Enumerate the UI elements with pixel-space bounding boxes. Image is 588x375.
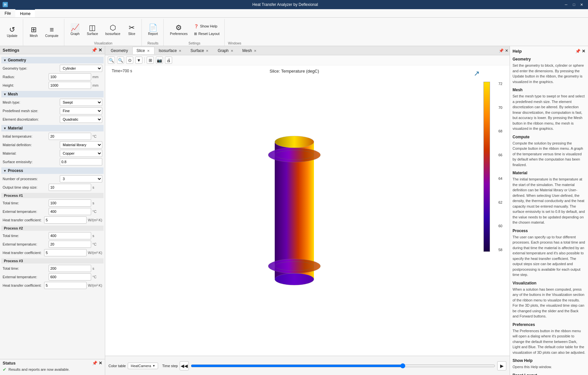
update-icon: ↺ xyxy=(9,26,15,33)
tab-graph[interactable]: Graph ✕ xyxy=(213,47,238,54)
tab-surface[interactable]: Surface ✕ xyxy=(186,47,213,54)
mat-def-select[interactable]: Material libraryUser-defined xyxy=(60,141,102,148)
p3-htc-input[interactable] xyxy=(44,282,87,289)
tab-slice-close[interactable]: ✕ xyxy=(146,49,150,53)
geometry-section-header[interactable]: ▼ Geometry xyxy=(1,57,104,63)
tab-close-icon[interactable]: ✕ xyxy=(505,48,508,53)
maximize-button[interactable]: □ xyxy=(570,2,578,7)
element-disc-select[interactable]: QuadraticLinear xyxy=(60,116,102,123)
mesh-section-header[interactable]: ▼ Mesh xyxy=(1,91,104,97)
help-close-icon[interactable]: ✕ xyxy=(582,49,585,54)
update-button[interactable]: ↺ Update xyxy=(4,23,20,41)
ribbon-group-label-settings: Settings xyxy=(167,41,222,46)
tab-mesh-close[interactable]: ✕ xyxy=(253,49,257,53)
mesh-size-select[interactable]: FineMediumCoarse xyxy=(60,107,102,114)
colorbar-label-64: 64 xyxy=(498,177,502,180)
slice-button[interactable]: ✂ Slice xyxy=(124,21,139,39)
tab-slice[interactable]: Slice ✕ xyxy=(132,47,155,54)
status-pin-icon[interactable]: 📌 xyxy=(92,361,97,366)
tab-mesh[interactable]: Mesh ✕ xyxy=(238,47,261,54)
close-button[interactable]: ✕ xyxy=(578,2,585,7)
preferences-icon: ⚙ xyxy=(175,24,182,31)
grid-button[interactable]: ⊞ xyxy=(147,57,154,64)
help-section-geometry-body: Set the geometry to block, cylinder or s… xyxy=(513,63,585,84)
radius-input[interactable] xyxy=(49,73,91,80)
minimize-button[interactable]: ─ xyxy=(563,2,570,7)
p3-total-time-row: Total time: s xyxy=(1,264,104,273)
show-help-icon: ❓ xyxy=(194,24,199,28)
colorbar-label-58: 58 xyxy=(498,248,502,252)
color-table-dropdown[interactable]: HeatCamera ▼ xyxy=(128,363,158,369)
isosurface-button[interactable]: ⬡ Isosurface xyxy=(102,21,123,39)
p2-htc-input[interactable] xyxy=(44,249,87,256)
process-section-header[interactable]: ▼ Process xyxy=(1,167,104,174)
help-section-compute: Compute Compute the solution by pressing… xyxy=(513,135,585,168)
tab-isosurface[interactable]: Isosurface ✕ xyxy=(155,47,186,54)
settings-panel: Settings 📌 ✕ ▼ Geometry Geometry type: C… xyxy=(0,46,105,375)
timestep-label: Time step xyxy=(162,364,178,368)
init-temp-input[interactable] xyxy=(49,133,91,140)
zoom-in-button[interactable]: 🔍 xyxy=(108,57,115,64)
p3-ext-temp-input[interactable] xyxy=(49,273,91,281)
p2-ext-temp-input[interactable] xyxy=(49,241,91,248)
print-button[interactable]: 🖨 xyxy=(165,57,172,64)
help-section-material: Material The initial temperature is the … xyxy=(513,171,585,225)
status-controls: 📌 ✕ xyxy=(92,361,102,366)
mesh-button[interactable]: ⊞ Mesh xyxy=(26,23,41,41)
preferences-button[interactable]: ⚙ Preferences xyxy=(167,21,190,39)
mesh-type-select[interactable]: SweptFree xyxy=(60,99,102,106)
status-close-icon[interactable]: ✕ xyxy=(99,361,102,366)
p3-total-time-input[interactable] xyxy=(49,265,91,272)
p1-total-time-input[interactable] xyxy=(49,199,91,207)
tab-isosurface-close[interactable]: ✕ xyxy=(178,49,182,53)
mesh-section-label: Mesh xyxy=(8,92,18,96)
status-title: Status xyxy=(3,361,16,366)
geometry-type-select[interactable]: CylinderBlockSphere xyxy=(60,65,102,72)
zoom-dropdown-button[interactable]: ▼ xyxy=(135,57,142,64)
compute-icon: ≡ xyxy=(50,26,54,33)
help-pin-icon[interactable]: 📌 xyxy=(575,49,580,54)
num-processes-select[interactable]: 1234 xyxy=(60,175,102,182)
height-input[interactable] xyxy=(49,82,91,89)
output-step-input[interactable] xyxy=(49,184,91,191)
surface-button[interactable]: ◫ Surface xyxy=(84,21,101,39)
compute-button[interactable]: ≡ Compute xyxy=(42,23,61,41)
tab-graph-close[interactable]: ✕ xyxy=(230,49,234,53)
svg-point-3 xyxy=(268,148,320,162)
mesh-size-label: Predefined mesh size: xyxy=(3,109,60,113)
play-back-button[interactable]: ◀◀ xyxy=(180,361,189,370)
material-section-header[interactable]: ▼ Material xyxy=(1,125,104,131)
p2-htc-unit: W/(m²·K) xyxy=(88,251,102,255)
tab-geometry[interactable]: Geometry xyxy=(106,47,132,54)
show-help-button[interactable]: ❓ Show Help xyxy=(192,23,222,29)
zoom-out-button[interactable]: 🔍 xyxy=(117,57,124,64)
colorbar-gradient xyxy=(483,82,490,252)
emissivity-input[interactable] xyxy=(60,158,102,165)
geometry-arrow: ▼ xyxy=(3,59,7,62)
tab-surface-close[interactable]: ✕ xyxy=(205,49,209,53)
report-button[interactable]: 📄 Report xyxy=(145,21,161,39)
camera-button[interactable]: 📷 xyxy=(156,57,163,64)
p2-total-time-input[interactable] xyxy=(49,232,91,239)
material-select[interactable]: CopperSteelAluminum xyxy=(60,150,102,157)
colorbar-label-68: 68 xyxy=(498,129,502,133)
zoom-fit-button[interactable]: ⊙ xyxy=(126,57,133,64)
nav-arrow[interactable]: ↗ xyxy=(474,69,480,78)
ribbon-tab-file[interactable]: File xyxy=(0,9,15,17)
p1-ext-temp-input[interactable] xyxy=(49,208,91,215)
cylinder-visualization xyxy=(236,122,353,305)
reset-layout-button[interactable]: ⊞ Reset Layout xyxy=(192,31,222,37)
ribbon: File Home ↺ Update ⊞ Mesh ≡ Comp xyxy=(0,9,588,46)
settings-pin-icon[interactable]: 📌 xyxy=(91,47,97,53)
p3-ext-temp-row: External temperature: °C xyxy=(1,273,104,281)
settings-close-icon[interactable]: ✕ xyxy=(98,47,102,53)
play-forward-button[interactable]: ▶ xyxy=(497,361,506,370)
timestep-slider[interactable] xyxy=(191,365,495,367)
ribbon-tab-home[interactable]: Home xyxy=(15,9,35,17)
p1-htc-input[interactable] xyxy=(44,216,87,224)
graph-button[interactable]: 📈 Graph xyxy=(68,21,83,39)
tab-pin-icon[interactable]: 📌 xyxy=(499,48,504,53)
help-section-preferences: Preferences The Preferences button in th… xyxy=(513,322,585,355)
ribbon-group-label-windows: Windows xyxy=(228,41,241,46)
svg-rect-0 xyxy=(275,142,314,279)
